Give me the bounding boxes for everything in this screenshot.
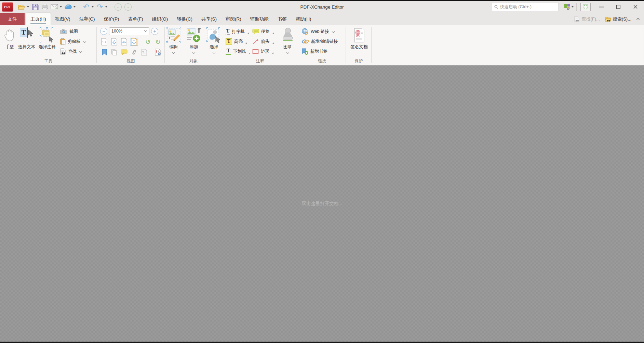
- attachments-pane-button[interactable]: [130, 48, 138, 56]
- highlight-icon: T: [226, 38, 232, 45]
- clipboard-button[interactable]: 剪贴板: [60, 37, 86, 46]
- fullscreen-button[interactable]: [580, 3, 591, 11]
- tab-organize[interactable]: 组织(O): [148, 13, 173, 25]
- open-document-hint[interactable]: 双击这里打开文档...: [301, 201, 342, 207]
- tab-review[interactable]: 审阅(R): [221, 13, 246, 25]
- properties-pane-button[interactable]: [154, 48, 162, 56]
- content-icon: T: [141, 49, 147, 56]
- bookmarks-pane-button[interactable]: [100, 48, 108, 56]
- selection-handle: [40, 41, 41, 42]
- fit-visible-icon: [131, 38, 137, 46]
- selection-handle: [179, 27, 180, 28]
- redo-button[interactable]: ↷: [95, 2, 104, 12]
- quick-launch-input[interactable]: [500, 4, 556, 9]
- snapshot-button[interactable]: 截图: [60, 27, 86, 36]
- rectangle-label: 矩形: [261, 49, 269, 54]
- web-links-dropdown-arrow[interactable]: [332, 30, 335, 33]
- edit-object-button[interactable]: T 编辑: [164, 26, 183, 57]
- zoom-in-button[interactable]: +: [151, 28, 158, 35]
- add-dropdown-arrow[interactable]: [192, 51, 195, 54]
- open-dropdown-arrow[interactable]: [27, 6, 29, 8]
- navigate-back-button[interactable]: ←: [115, 3, 122, 11]
- tab-file[interactable]: 文件: [0, 13, 25, 25]
- content-pane-button[interactable]: T: [140, 48, 148, 56]
- toolbar-separator: [111, 3, 111, 11]
- close-button[interactable]: [627, 1, 644, 13]
- email-button[interactable]: [50, 2, 59, 12]
- add-object-button[interactable]: 添加: [184, 26, 203, 57]
- tab-help[interactable]: 帮助(H): [291, 13, 316, 25]
- document-workspace[interactable]: 双击这里打开文档...: [0, 65, 644, 342]
- rotate-cw-button[interactable]: ↻: [154, 38, 162, 46]
- find-dropdown-arrow[interactable]: [79, 50, 82, 53]
- arrow-button[interactable]: 箭头: [252, 37, 274, 46]
- highlight-button[interactable]: T 高亮: [226, 37, 250, 46]
- tab-protect[interactable]: 保护(P): [99, 13, 124, 25]
- find-document-button[interactable]: 查找(F)...: [574, 16, 600, 22]
- fit-visible-button[interactable]: [130, 38, 138, 46]
- email-dropdown-arrow[interactable]: [60, 6, 62, 8]
- tab-view[interactable]: 视图(V): [51, 13, 75, 25]
- sticky-note-button[interactable]: 便签: [252, 27, 274, 36]
- tab-share[interactable]: 共享(S): [197, 13, 221, 25]
- stamp-icon: [282, 28, 294, 43]
- ui-options-button[interactable]: [562, 2, 571, 12]
- sign-document-label: 签名文档: [351, 44, 368, 50]
- stamp-button[interactable]: 图章: [280, 26, 296, 57]
- open-button[interactable]: [17, 2, 26, 12]
- clipboard-dropdown-arrow[interactable]: [83, 40, 86, 43]
- fit-width-button[interactable]: [120, 38, 128, 46]
- redo-dropdown-arrow[interactable]: [105, 6, 107, 8]
- group-tools: 手型 T 选择文本 选择注释: [0, 25, 97, 65]
- select-comments-button[interactable]: 选择注释: [37, 26, 57, 57]
- select-object-button[interactable]: 选择: [205, 26, 223, 57]
- tab-form[interactable]: 表单(F): [124, 13, 148, 25]
- collapse-ribbon-button[interactable]: [636, 18, 640, 20]
- tab-comment[interactable]: 注释(C): [75, 13, 99, 25]
- maximize-button[interactable]: [610, 1, 627, 13]
- rotate-ccw-button[interactable]: ↺: [144, 38, 152, 46]
- rectangle-annotation-icon: [252, 49, 259, 54]
- comments-pane-button[interactable]: [120, 48, 128, 56]
- add-edit-link-button[interactable]: 新增/编辑链接: [301, 37, 338, 46]
- scan-button[interactable]: [64, 2, 72, 12]
- rectangle-button[interactable]: 矩形: [252, 47, 274, 55]
- typewriter-button[interactable]: T 打字机: [226, 27, 250, 36]
- search-documents-button[interactable]: 搜索(S)...: [605, 16, 631, 22]
- print-button[interactable]: [40, 2, 49, 12]
- edit-dropdown-arrow[interactable]: [172, 51, 175, 54]
- tab-convert[interactable]: 转换(C): [172, 13, 197, 25]
- actual-size-button[interactable]: 1:1: [100, 38, 108, 46]
- undo-button[interactable]: ↶: [82, 2, 91, 12]
- save-button[interactable]: [31, 2, 40, 12]
- add-bookmark-button[interactable]: 新增书签: [301, 47, 338, 55]
- underline-button[interactable]: T 下划线: [226, 47, 250, 55]
- stamp-dropdown-arrow[interactable]: [286, 51, 289, 54]
- web-link-icon: [301, 28, 309, 35]
- undo-dropdown-arrow[interactable]: [92, 6, 94, 8]
- quick-launch-search[interactable]: [492, 3, 559, 11]
- tab-bookmarks[interactable]: 书签: [273, 13, 291, 25]
- thumbnails-pane-button[interactable]: [110, 48, 118, 56]
- sign-document-button[interactable]: 签名文档: [349, 26, 370, 57]
- hand-tool-button[interactable]: 手型: [3, 26, 16, 57]
- select-object-label: 选择: [210, 44, 218, 50]
- tab-accessibility[interactable]: 辅助功能: [246, 13, 273, 25]
- selection-handle: [166, 41, 168, 43]
- find-button[interactable]: 查找: [60, 47, 86, 55]
- search-folder-icon: [605, 16, 611, 22]
- select-dropdown-arrow[interactable]: [213, 51, 215, 54]
- scan-dropdown-arrow[interactable]: [73, 6, 76, 8]
- zoom-level-combo[interactable]: 100%: [109, 27, 149, 35]
- navigate-forward-button[interactable]: →: [124, 3, 132, 11]
- group-comment: T 打字机 T 高亮 T 下划线 便签: [222, 25, 298, 65]
- app-logo-icon[interactable]: PDF: [2, 2, 13, 12]
- ui-options-dropdown-arrow[interactable]: [572, 6, 574, 8]
- zoom-out-button[interactable]: −: [100, 28, 107, 35]
- select-text-button[interactable]: T 选择文本: [16, 26, 37, 57]
- actual-size-icon: 1:1: [101, 38, 108, 46]
- fit-page-button[interactable]: [110, 38, 118, 46]
- tab-home[interactable]: 主页(H): [26, 13, 51, 25]
- web-links-button[interactable]: Web 链接: [301, 27, 338, 36]
- minimize-button[interactable]: [593, 1, 610, 13]
